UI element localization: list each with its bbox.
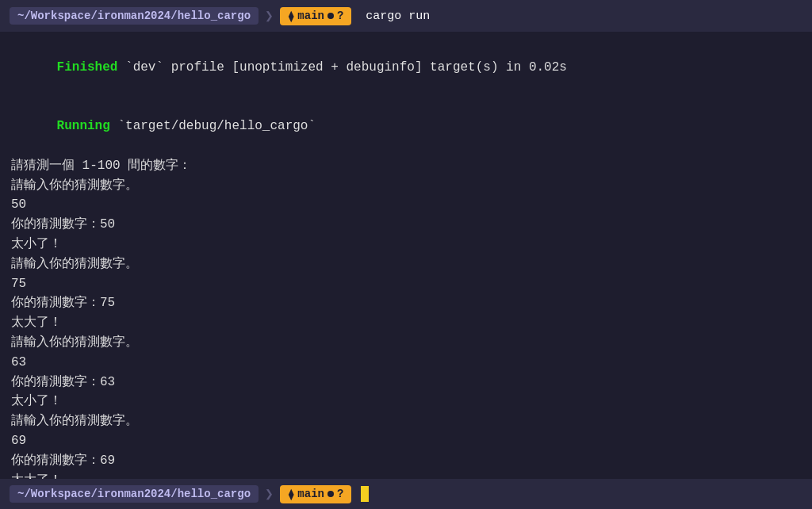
bottom-branch-icon: ⧫ [288,488,294,501]
top-title-bar: ~/Workspace/ironman2024/hello_cargo ❯ ⧫ … [0,0,812,32]
top-branch-question: ? [337,10,343,22]
branch-icon: ⧫ [288,10,294,23]
output-line-12: 你的猜測數字：63 [11,373,801,392]
output-line-3: 50 [11,195,801,215]
top-command: cargo run [366,10,430,23]
finished-text: `dev` profile [unoptimized + debuginfo] … [117,60,567,75]
top-branch-label: main [297,10,324,22]
top-arrow-icon: ❯ [265,7,274,25]
output-line-17: 太大了！ [11,471,801,479]
running-keyword: Running [57,119,110,133]
output-line-9: 太大了！ [11,313,801,333]
terminal-cursor [361,486,369,502]
build-line: Finished `dev` profile [unoptimized + de… [11,38,801,97]
output-line-1: 請猜測一個 1-100 間的數字： [11,156,801,176]
finished-keyword: Finished [57,60,118,75]
output-line-5: 太小了！ [11,235,801,254]
output-line-16: 你的猜測數字：69 [11,451,801,471]
bottom-arrow-icon: ❯ [265,485,274,503]
output-line-8: 你的猜測數字：75 [11,293,801,313]
output-line-4: 你的猜測數字：50 [11,215,801,235]
terminal-body: Finished `dev` profile [unoptimized + de… [0,32,812,479]
top-path: ~/Workspace/ironman2024/hello_cargo [10,7,259,25]
top-branch-dot-icon [327,13,334,19]
output-line-10: 請輸入你的猜測數字。 [11,333,801,353]
output-line-2: 請輸入你的猜測數字。 [11,176,801,196]
output-line-15: 69 [11,431,801,451]
terminal-window: ~/Workspace/ironman2024/hello_cargo ❯ ⧫ … [0,0,812,509]
run-line: Running `target/debug/hello_cargo` [11,97,801,155]
output-line-11: 63 [11,353,801,373]
bottom-branch-label: main [297,488,324,500]
output-line-7: 75 [11,274,801,294]
bottom-branch: ⧫ main ? [280,485,351,503]
output-line-6: 請輸入你的猜測數字。 [11,254,801,274]
bottom-status-bar: ~/Workspace/ironman2024/hello_cargo ❯ ⧫ … [0,479,812,509]
bottom-path: ~/Workspace/ironman2024/hello_cargo [10,485,259,503]
output-line-14: 請輸入你的猜測數字。 [11,411,801,431]
top-branch: ⧫ main ? [280,7,351,25]
bottom-branch-dot-icon [327,491,334,497]
output-line-13: 太小了！ [11,392,801,411]
bottom-branch-question: ? [337,488,343,500]
running-text: `target/debug/hello_cargo` [110,119,316,133]
